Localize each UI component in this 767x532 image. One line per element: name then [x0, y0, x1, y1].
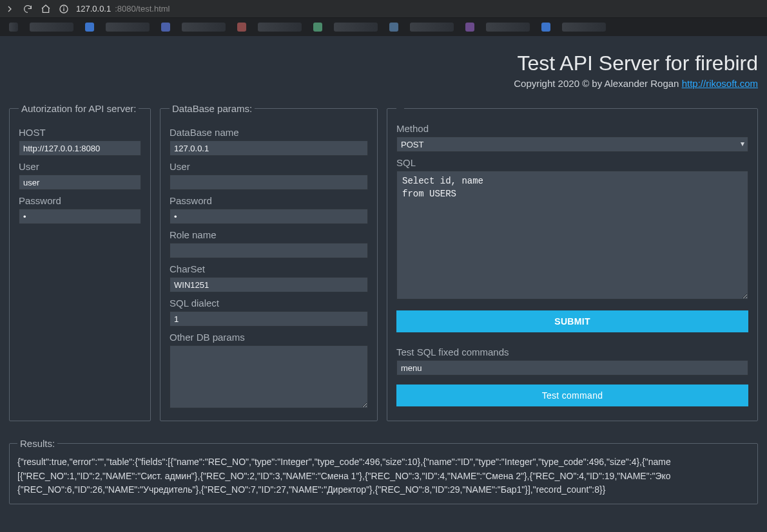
auth-password-label: Password: [19, 195, 141, 206]
site-info-icon[interactable]: [58, 3, 70, 15]
auth-password-input[interactable]: [19, 209, 141, 224]
author-link[interactable]: http://rikosoft.com: [682, 78, 758, 89]
page-title: Test API Server for firebird: [9, 52, 758, 75]
db-role-label: Role name: [170, 229, 368, 240]
sql-label: SQL: [396, 157, 748, 168]
auth-fieldset: Autorization for API server: HOST User P…: [9, 103, 151, 421]
bookmark-item[interactable]: [562, 23, 606, 32]
bookmark-item[interactable]: [541, 23, 550, 32]
fixed-commands-input[interactable]: [396, 360, 748, 375]
url-path: :8080/test.html: [115, 4, 170, 14]
auth-user-label: User: [19, 161, 141, 172]
copyright-line: Copyright 2020 © by Alexander Rogan http…: [9, 78, 758, 89]
request-fieldset: . Method POST SQL SUBMIT Test SQL fixed …: [387, 103, 758, 421]
bookmark-item[interactable]: [486, 23, 530, 32]
db-role-input[interactable]: [170, 243, 368, 258]
forward-icon[interactable]: [4, 3, 15, 15]
copyright-text: Copyright 2020 © by Alexander Rogan: [514, 78, 681, 89]
db-other-textarea[interactable]: [170, 345, 368, 408]
fixed-commands-label: Test SQL fixed commands: [396, 347, 748, 357]
db-name-label: DataBase name: [170, 127, 368, 138]
sql-textarea[interactable]: [396, 171, 748, 299]
results-section: Results: {"result":true,"error":"","tabl…: [9, 438, 758, 504]
bookmark-item[interactable]: [237, 23, 246, 32]
bookmark-item[interactable]: [161, 23, 170, 32]
db-charset-input[interactable]: [170, 277, 368, 292]
bookmark-item[interactable]: [389, 23, 398, 32]
auth-user-input[interactable]: [19, 175, 141, 190]
url-host: 127.0.0.1: [76, 4, 111, 14]
bookmark-item[interactable]: [258, 23, 302, 32]
db-other-label: Other DB params: [170, 332, 368, 343]
db-password-input[interactable]: [170, 209, 368, 224]
bookmark-item[interactable]: [9, 23, 18, 32]
submit-button[interactable]: SUBMIT: [396, 310, 748, 332]
bookmark-item[interactable]: [182, 23, 226, 32]
method-label: Method: [396, 123, 748, 134]
svg-rect-1: [63, 8, 64, 11]
address-bar[interactable]: 127.0.0.1:8080/test.html: [76, 4, 763, 14]
db-charset-label: CharSet: [170, 263, 368, 274]
db-legend: DataBase params:: [170, 103, 255, 114]
db-password-label: Password: [170, 195, 368, 206]
db-fieldset: DataBase params: DataBase name User Pass…: [160, 103, 378, 421]
bookmarks-bar: [0, 18, 767, 36]
reload-icon[interactable]: [22, 3, 34, 15]
db-user-label: User: [170, 161, 368, 172]
db-name-input[interactable]: [170, 140, 368, 156]
auth-legend: Autorization for API server:: [19, 103, 139, 114]
bookmark-item[interactable]: [30, 23, 73, 32]
results-legend: Results:: [17, 438, 57, 449]
bookmark-item[interactable]: [465, 23, 474, 32]
results-body: {"result":true,"error":"","table":{"fiel…: [17, 455, 750, 497]
bookmark-item[interactable]: [313, 23, 322, 32]
db-dialect-input[interactable]: [170, 311, 368, 327]
bookmark-item[interactable]: [334, 23, 378, 32]
db-user-input[interactable]: [170, 175, 368, 190]
bookmark-item[interactable]: [106, 23, 150, 32]
method-select[interactable]: POST: [396, 137, 748, 152]
bookmark-item[interactable]: [85, 23, 94, 32]
test-command-button[interactable]: Test command: [396, 385, 748, 406]
svg-rect-2: [63, 6, 64, 7]
browser-toolbar: 127.0.0.1:8080/test.html: [0, 0, 767, 18]
home-icon[interactable]: [40, 3, 52, 15]
host-label: HOST: [19, 127, 141, 138]
bookmark-item[interactable]: [410, 23, 454, 32]
host-input[interactable]: [19, 140, 141, 156]
db-dialect-label: SQL dialect: [170, 298, 368, 309]
